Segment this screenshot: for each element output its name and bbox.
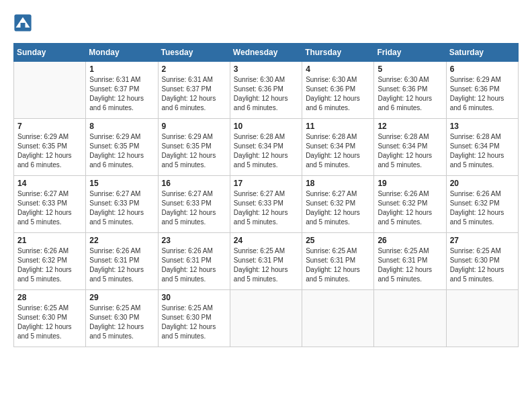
- day-number: 9: [162, 122, 226, 131]
- day-cell: 10Sunrise: 6:28 AM Sunset: 6:34 PM Dayli…: [230, 119, 302, 176]
- day-number: 13: [450, 122, 515, 131]
- col-header-friday: Friday: [374, 44, 446, 62]
- day-number: 27: [450, 236, 515, 245]
- col-header-tuesday: Tuesday: [158, 44, 230, 62]
- day-number: 3: [234, 64, 298, 74]
- day-cell: 15Sunrise: 6:27 AM Sunset: 6:33 PM Dayli…: [86, 176, 158, 233]
- day-number: 12: [378, 122, 442, 131]
- day-cell: 17Sunrise: 6:27 AM Sunset: 6:33 PM Dayli…: [230, 176, 302, 233]
- day-cell: 24Sunrise: 6:25 AM Sunset: 6:31 PM Dayli…: [230, 233, 302, 290]
- day-number: 26: [378, 236, 442, 245]
- week-row-3: 14Sunrise: 6:27 AM Sunset: 6:33 PM Dayli…: [14, 176, 519, 233]
- day-info: Sunrise: 6:27 AM Sunset: 6:32 PM Dayligh…: [306, 189, 370, 227]
- col-header-thursday: Thursday: [302, 44, 374, 62]
- day-cell: [446, 290, 518, 347]
- day-cell: 18Sunrise: 6:27 AM Sunset: 6:32 PM Dayli…: [302, 176, 374, 233]
- day-cell: 1Sunrise: 6:31 AM Sunset: 6:37 PM Daylig…: [86, 62, 158, 119]
- week-row-5: 28Sunrise: 6:25 AM Sunset: 6:30 PM Dayli…: [14, 290, 519, 347]
- day-cell: 21Sunrise: 6:26 AM Sunset: 6:32 PM Dayli…: [14, 233, 86, 290]
- day-number: 28: [17, 293, 82, 302]
- day-info: Sunrise: 6:27 AM Sunset: 6:33 PM Dayligh…: [234, 189, 298, 227]
- day-cell: 28Sunrise: 6:25 AM Sunset: 6:30 PM Dayli…: [14, 290, 86, 347]
- day-info: Sunrise: 6:28 AM Sunset: 6:34 PM Dayligh…: [450, 132, 515, 170]
- col-header-wednesday: Wednesday: [230, 44, 302, 62]
- day-info: Sunrise: 6:27 AM Sunset: 6:33 PM Dayligh…: [162, 189, 226, 227]
- day-cell: 12Sunrise: 6:28 AM Sunset: 6:34 PM Dayli…: [374, 119, 446, 176]
- day-number: 15: [89, 179, 154, 188]
- day-cell: 14Sunrise: 6:27 AM Sunset: 6:33 PM Dayli…: [14, 176, 86, 233]
- day-info: Sunrise: 6:25 AM Sunset: 6:30 PM Dayligh…: [17, 304, 82, 341]
- day-number: 19: [378, 179, 442, 188]
- day-number: 1: [89, 64, 154, 74]
- day-info: Sunrise: 6:25 AM Sunset: 6:31 PM Dayligh…: [306, 246, 370, 284]
- day-number: 23: [162, 236, 226, 245]
- day-number: 7: [17, 122, 82, 131]
- day-info: Sunrise: 6:31 AM Sunset: 6:37 PM Dayligh…: [162, 75, 226, 113]
- day-number: 29: [89, 293, 154, 302]
- day-number: 21: [17, 236, 82, 245]
- day-cell: 26Sunrise: 6:25 AM Sunset: 6:31 PM Dayli…: [374, 233, 446, 290]
- day-cell: 13Sunrise: 6:28 AM Sunset: 6:34 PM Dayli…: [446, 119, 518, 176]
- day-cell: 5Sunrise: 6:30 AM Sunset: 6:36 PM Daylig…: [374, 62, 446, 119]
- day-info: Sunrise: 6:27 AM Sunset: 6:33 PM Dayligh…: [89, 189, 154, 227]
- day-number: 11: [306, 122, 370, 131]
- week-row-1: 1Sunrise: 6:31 AM Sunset: 6:37 PM Daylig…: [14, 62, 519, 119]
- day-cell: 7Sunrise: 6:29 AM Sunset: 6:35 PM Daylig…: [14, 119, 86, 176]
- col-header-saturday: Saturday: [446, 44, 518, 62]
- day-cell: [374, 290, 446, 347]
- day-info: Sunrise: 6:26 AM Sunset: 6:32 PM Dayligh…: [450, 189, 515, 227]
- day-cell: 23Sunrise: 6:26 AM Sunset: 6:31 PM Dayli…: [158, 233, 230, 290]
- day-cell: [302, 290, 374, 347]
- svg-rect-2: [21, 23, 26, 28]
- day-info: Sunrise: 6:28 AM Sunset: 6:34 PM Dayligh…: [306, 132, 370, 170]
- col-header-sunday: Sunday: [14, 44, 86, 62]
- day-info: Sunrise: 6:25 AM Sunset: 6:31 PM Dayligh…: [378, 246, 442, 284]
- day-info: Sunrise: 6:26 AM Sunset: 6:32 PM Dayligh…: [17, 246, 82, 284]
- day-info: Sunrise: 6:29 AM Sunset: 6:35 PM Dayligh…: [162, 132, 226, 170]
- day-info: Sunrise: 6:27 AM Sunset: 6:33 PM Dayligh…: [17, 189, 82, 227]
- day-cell: [230, 290, 302, 347]
- day-number: 5: [378, 64, 442, 74]
- day-info: Sunrise: 6:25 AM Sunset: 6:30 PM Dayligh…: [89, 304, 154, 341]
- day-cell: [14, 62, 86, 119]
- day-number: 14: [17, 179, 82, 188]
- day-info: Sunrise: 6:25 AM Sunset: 6:30 PM Dayligh…: [162, 304, 226, 341]
- day-cell: 3Sunrise: 6:30 AM Sunset: 6:36 PM Daylig…: [230, 62, 302, 119]
- day-cell: 27Sunrise: 6:25 AM Sunset: 6:30 PM Dayli…: [446, 233, 518, 290]
- day-cell: 11Sunrise: 6:28 AM Sunset: 6:34 PM Dayli…: [302, 119, 374, 176]
- day-cell: 8Sunrise: 6:29 AM Sunset: 6:35 PM Daylig…: [86, 119, 158, 176]
- day-number: 8: [89, 122, 154, 131]
- day-number: 20: [450, 179, 515, 188]
- day-number: 6: [450, 64, 515, 74]
- day-info: Sunrise: 6:25 AM Sunset: 6:30 PM Dayligh…: [450, 246, 515, 284]
- day-info: Sunrise: 6:26 AM Sunset: 6:32 PM Dayligh…: [378, 189, 442, 227]
- day-info: Sunrise: 6:29 AM Sunset: 6:35 PM Dayligh…: [17, 132, 82, 170]
- day-number: 24: [234, 236, 298, 245]
- day-info: Sunrise: 6:26 AM Sunset: 6:31 PM Dayligh…: [89, 246, 154, 284]
- day-info: Sunrise: 6:26 AM Sunset: 6:31 PM Dayligh…: [162, 246, 226, 284]
- calendar-table: SundayMondayTuesdayWednesdayThursdayFrid…: [13, 43, 519, 347]
- col-header-monday: Monday: [86, 44, 158, 62]
- day-cell: 4Sunrise: 6:30 AM Sunset: 6:36 PM Daylig…: [302, 62, 374, 119]
- page-header: [13, 13, 519, 32]
- day-number: 2: [162, 64, 226, 74]
- day-info: Sunrise: 6:28 AM Sunset: 6:34 PM Dayligh…: [234, 132, 298, 170]
- logo: [13, 13, 35, 32]
- day-cell: 30Sunrise: 6:25 AM Sunset: 6:30 PM Dayli…: [158, 290, 230, 347]
- day-cell: 16Sunrise: 6:27 AM Sunset: 6:33 PM Dayli…: [158, 176, 230, 233]
- day-cell: 6Sunrise: 6:29 AM Sunset: 6:36 PM Daylig…: [446, 62, 518, 119]
- day-number: 10: [234, 122, 298, 131]
- week-row-2: 7Sunrise: 6:29 AM Sunset: 6:35 PM Daylig…: [14, 119, 519, 176]
- day-info: Sunrise: 6:30 AM Sunset: 6:36 PM Dayligh…: [234, 75, 298, 113]
- day-info: Sunrise: 6:29 AM Sunset: 6:35 PM Dayligh…: [89, 132, 154, 170]
- day-number: 30: [162, 293, 226, 302]
- day-cell: 20Sunrise: 6:26 AM Sunset: 6:32 PM Dayli…: [446, 176, 518, 233]
- day-cell: 29Sunrise: 6:25 AM Sunset: 6:30 PM Dayli…: [86, 290, 158, 347]
- day-cell: 2Sunrise: 6:31 AM Sunset: 6:37 PM Daylig…: [158, 62, 230, 119]
- day-info: Sunrise: 6:29 AM Sunset: 6:36 PM Dayligh…: [450, 75, 515, 113]
- week-row-4: 21Sunrise: 6:26 AM Sunset: 6:32 PM Dayli…: [14, 233, 519, 290]
- logo-icon: [13, 13, 32, 32]
- day-number: 22: [89, 236, 154, 245]
- day-info: Sunrise: 6:30 AM Sunset: 6:36 PM Dayligh…: [378, 75, 442, 113]
- day-info: Sunrise: 6:30 AM Sunset: 6:36 PM Dayligh…: [306, 75, 370, 113]
